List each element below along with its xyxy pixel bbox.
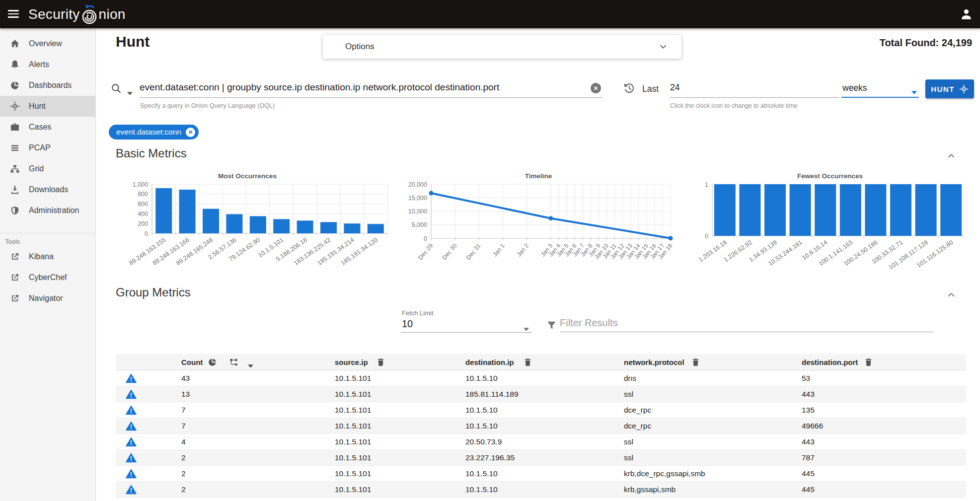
table-row[interactable]: 210.1.5.10123.227.196.35ssl787 bbox=[116, 450, 966, 466]
table-row[interactable]: 410.1.5.10120.50.73.9ssl443 bbox=[116, 434, 966, 450]
sidebar-item-label: Dashboards bbox=[29, 81, 72, 90]
bar[interactable] bbox=[179, 190, 196, 233]
cell-destination-port: 445 bbox=[802, 469, 815, 478]
bar[interactable] bbox=[155, 188, 172, 233]
bar[interactable] bbox=[890, 184, 911, 236]
sidebar-item-kibana[interactable]: Kibana bbox=[0, 246, 95, 267]
bar[interactable] bbox=[865, 184, 886, 236]
bar[interactable] bbox=[368, 224, 384, 233]
options-dropdown[interactable]: Options bbox=[323, 35, 681, 59]
query-history-caret-icon[interactable] bbox=[127, 88, 133, 92]
sidebar-item-cyberchef[interactable]: CyberChef bbox=[0, 267, 95, 288]
query-input[interactable] bbox=[140, 79, 603, 98]
graph-icon[interactable] bbox=[229, 358, 238, 367]
sidebar-item-hunt[interactable]: Hunt bbox=[0, 96, 95, 117]
column-header-network-protocol[interactable]: network.protocol bbox=[624, 358, 684, 366]
sidebar-item-label: Hunt bbox=[29, 102, 46, 111]
svg-text:Timeline: Timeline bbox=[525, 172, 552, 180]
pie-chart-icon[interactable] bbox=[208, 358, 217, 367]
bar[interactable] bbox=[714, 184, 736, 236]
svg-text:Fewest Occurrences: Fewest Occurrences bbox=[797, 172, 863, 180]
sidebar-item-downloads[interactable]: Downloads bbox=[0, 179, 95, 200]
warning-icon[interactable] bbox=[126, 421, 137, 431]
data-point[interactable] bbox=[549, 216, 553, 220]
sidebar-item-administration[interactable]: Administration bbox=[0, 200, 95, 221]
bar[interactable] bbox=[344, 223, 360, 233]
svg-text:400: 400 bbox=[138, 211, 148, 217]
fewest-occurrences-chart[interactable]: Fewest Occurrences011.203.16.181.226.62.… bbox=[698, 171, 971, 282]
column-header-destination-port[interactable]: destination.port bbox=[802, 358, 858, 366]
warning-icon[interactable] bbox=[126, 453, 137, 463]
remove-column-trash-icon[interactable] bbox=[523, 358, 532, 367]
warning-icon[interactable] bbox=[126, 437, 137, 447]
remove-filter-icon[interactable]: ✕ bbox=[186, 128, 195, 137]
remove-column-trash-icon[interactable] bbox=[376, 358, 385, 367]
bar[interactable] bbox=[764, 184, 786, 236]
bar[interactable] bbox=[790, 184, 811, 236]
bar[interactable] bbox=[739, 184, 760, 236]
cell-source-ip: 10.1.5.101 bbox=[335, 406, 371, 415]
svg-text:Jan 1: Jan 1 bbox=[491, 242, 506, 258]
cell-network-protocol: ssl bbox=[624, 453, 633, 462]
warning-icon[interactable] bbox=[126, 373, 137, 383]
external-link-icon bbox=[10, 293, 20, 303]
table-row[interactable]: 210.1.5.10110.1.5.10krb,gssapi,smb445 bbox=[116, 482, 966, 498]
svg-text:Dec 29: Dec 29 bbox=[417, 242, 434, 261]
sidebar-item-label: Overview bbox=[29, 39, 62, 48]
warning-icon[interactable] bbox=[126, 389, 137, 399]
clear-query-icon[interactable]: ✕ bbox=[591, 83, 601, 93]
bar[interactable] bbox=[250, 216, 266, 233]
sidebar-item-pcap[interactable]: PCAP bbox=[0, 138, 95, 158]
remove-column-trash-icon[interactable] bbox=[864, 358, 873, 367]
menu-icon[interactable] bbox=[5, 6, 22, 22]
sidebar-item-grid[interactable]: Grid bbox=[0, 158, 95, 179]
column-header-destination-ip[interactable]: destination.ip bbox=[465, 358, 514, 366]
filter-results-input[interactable] bbox=[560, 316, 933, 332]
relative-time-icon[interactable] bbox=[622, 82, 635, 94]
timeline-chart[interactable]: Timeline05,00010,00015,00020,000Dec 29De… bbox=[400, 171, 680, 282]
bar[interactable] bbox=[273, 219, 290, 233]
user-account-icon[interactable] bbox=[960, 7, 973, 21]
bar[interactable] bbox=[320, 222, 337, 233]
sidebar-item-cases[interactable]: Cases bbox=[0, 117, 95, 138]
column-header-count[interactable]: Count bbox=[181, 358, 203, 366]
bar[interactable] bbox=[815, 184, 836, 236]
bar[interactable] bbox=[226, 214, 242, 233]
warning-icon[interactable] bbox=[126, 485, 137, 495]
sidebar-item-alerts[interactable]: Alerts bbox=[0, 54, 95, 75]
sidebar-item-navigator[interactable]: Navigator bbox=[0, 288, 95, 309]
sidebar-item-dashboards[interactable]: Dashboards bbox=[0, 75, 95, 96]
search-icon[interactable] bbox=[111, 83, 122, 94]
bar[interactable] bbox=[915, 184, 937, 236]
brand-text-left: Security bbox=[28, 6, 80, 22]
table-row[interactable]: 710.1.5.10110.1.5.10dce_rpc49666 bbox=[116, 418, 966, 434]
time-value-input[interactable] bbox=[670, 80, 839, 98]
table-row[interactable]: 4310.1.5.10110.1.5.10dns53 bbox=[116, 370, 966, 386]
bar[interactable] bbox=[203, 209, 219, 234]
collapse-basic-metrics-icon[interactable] bbox=[946, 150, 956, 160]
remove-column-trash-icon[interactable] bbox=[691, 358, 700, 367]
svg-text:20,000: 20,000 bbox=[408, 181, 427, 188]
filter-chip[interactable]: event.dataset:conn ✕ bbox=[109, 125, 199, 140]
sidebar-item-overview[interactable]: Overview bbox=[0, 33, 95, 54]
table-row[interactable]: 1310.1.5.101185.81.114.189ssl443 bbox=[116, 386, 966, 402]
fetch-limit-select[interactable]: 10 bbox=[401, 318, 532, 333]
bar[interactable] bbox=[840, 184, 861, 236]
chart-type-dropdown-icon[interactable] bbox=[248, 361, 253, 364]
column-header-source-ip[interactable]: source.ip bbox=[335, 358, 368, 366]
most-occurrences-chart[interactable]: Most Occurrences02004006008001,00089.248… bbox=[125, 171, 395, 282]
table-row[interactable]: 710.1.5.10110.1.5.10dce_rpc135 bbox=[116, 402, 966, 418]
bar[interactable] bbox=[297, 220, 313, 233]
cell-destination-port: 135 bbox=[802, 406, 815, 415]
warning-icon[interactable] bbox=[126, 469, 137, 479]
warning-icon[interactable] bbox=[126, 405, 137, 415]
table-row[interactable]: 210.1.5.10110.1.5.10krb,dce_rpc,gssapi,s… bbox=[116, 466, 966, 482]
collapse-group-metrics-icon[interactable] bbox=[946, 289, 956, 299]
cell-network-protocol: ssl bbox=[624, 390, 633, 399]
sidebar-item-label: Cases bbox=[29, 123, 51, 132]
data-point[interactable] bbox=[669, 236, 673, 240]
hunt-button[interactable]: HUNT bbox=[925, 79, 974, 98]
data-point[interactable] bbox=[429, 191, 434, 195]
time-unit-select[interactable]: weeks bbox=[841, 80, 919, 98]
bar[interactable] bbox=[940, 184, 962, 236]
